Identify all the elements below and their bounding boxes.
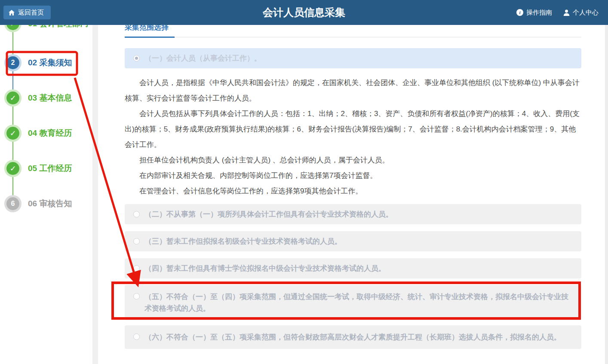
description-paragraph: 会计人员包括从事下列具体会计工作的人员：包括：1、出纳；2、稽核；3、资产、负债…: [125, 106, 581, 153]
option-scope-6[interactable]: （六）不符合（一）至（五）项采集范围，但符合财政部高层次财会人才素质提升工程（长…: [125, 325, 581, 349]
step-label: 04 教育经历: [28, 128, 72, 139]
radio-icon[interactable]: [133, 293, 140, 300]
radio-icon[interactable]: [133, 265, 140, 272]
option-scope-3[interactable]: （三）暂未工作但拟报名初级会计专业技术资格考试的人员。: [125, 231, 581, 251]
back-home-button[interactable]: 返回首页: [3, 6, 51, 19]
guide-link[interactable]: i 操作指南: [516, 9, 552, 17]
profile-label: 个人中心: [573, 9, 599, 17]
info-icon: i: [516, 9, 523, 16]
description-paragraph: 在管理会计、会计信息化等岗位工作的，应选择第9项其他会计工作。: [125, 184, 581, 199]
check-icon: ✓: [6, 92, 19, 104]
radio-icon[interactable]: [133, 238, 140, 245]
header-links: i 操作指南 个人中心: [516, 0, 599, 25]
step-number: 6: [6, 197, 19, 210]
option-scope-4[interactable]: （四）暂未工作但具有博士学位拟报名中级会计专业技术资格考试的人员。: [125, 258, 581, 278]
app-header: 返回首页 会计人员信息采集 i 操作指南 个人中心: [0, 0, 608, 25]
radio-checked-icon[interactable]: [133, 55, 140, 61]
step-label: 02 采集须知: [28, 57, 72, 68]
option-scope-2[interactable]: （二）不从事第（一）项所列具体会计工作但具有会计专业技术资格的人员。: [125, 204, 581, 224]
option-label: （五）不符合（一）至（四）项采集范围，但通过全国统一考试，取得中级经济、统计、审…: [144, 291, 573, 314]
home-icon: [9, 10, 15, 15]
option-label: （四）暂未工作但具有博士学位拟报名中级会计专业技术资格考试的人员。: [144, 263, 386, 274]
sidebar-divider: [92, 25, 98, 364]
step-number: 2: [6, 56, 19, 69]
page: ✓ 01 会计管理部门 2 02 采集须知 ✓ 03 基本信息 ✓ 04 教育经…: [0, 0, 608, 364]
option-label: （三）暂未工作但拟报名初级会计专业技术资格考试的人员。: [144, 236, 342, 247]
radio-icon[interactable]: [133, 333, 140, 340]
check-icon: ✓: [6, 162, 19, 175]
sidebar-step-02[interactable]: 2 02 采集须知: [4, 54, 72, 71]
option-scope-1[interactable]: （一）会计人员（从事会计工作）。: [125, 48, 581, 68]
scope-description: 会计人员，是指根据《中华人民共和国会计法》的规定，在国家机关、社会团体、企业、事…: [125, 75, 581, 199]
sidebar-step-06[interactable]: 6 06 审核告知: [4, 195, 72, 212]
description-paragraph: 在内部审计及相关合规、内部控制等岗位工作的，应选择第7项会计监督。: [125, 168, 581, 184]
option-label: （二）不从事第（一）项所列具体会计工作但具有会计专业技术资格的人员。: [144, 209, 393, 220]
step-label: 03 基本信息: [28, 92, 72, 104]
option-label: （六）不符合（一）至（五）项采集范围，但符合财政部高层次财会人才素质提升工程（长…: [144, 331, 561, 343]
back-home-label: 返回首页: [18, 9, 44, 17]
step-label: 05 工作经历: [28, 163, 72, 174]
active-tab-indicator: [125, 37, 175, 38]
check-icon: ✓: [6, 127, 19, 140]
sidebar-step-05[interactable]: ✓ 05 工作经历: [4, 160, 72, 177]
option-scope-5[interactable]: （五）不符合（一）至（四）项采集范围，但通过全国统一考试，取得中级经济、统计、审…: [125, 285, 581, 320]
option-label: （一）会计人员（从事会计工作）。: [144, 53, 261, 64]
connector-line: [12, 98, 13, 204]
step-label: 06 审核告知: [28, 198, 72, 209]
guide-label: 操作指南: [526, 9, 552, 17]
radio-icon[interactable]: [133, 211, 140, 217]
step-sidebar: ✓ 01 会计管理部门 2 02 采集须知 ✓ 03 基本信息 ✓ 04 教育经…: [0, 0, 92, 364]
sidebar-step-03[interactable]: ✓ 03 基本信息: [4, 89, 72, 107]
profile-link[interactable]: 个人中心: [563, 9, 599, 17]
page-title: 会计人员信息采集: [263, 0, 345, 25]
scrollbar[interactable]: [605, 25, 608, 364]
scope-selection-panel: （一）会计人员（从事会计工作）。 会计人员，是指根据《中华人民共和国会计法》的规…: [125, 48, 581, 349]
user-icon: [563, 9, 570, 16]
description-paragraph: 会计人员，是指根据《中华人民共和国会计法》的规定，在国家机关、社会团体、企业、事…: [125, 75, 581, 106]
sidebar-step-04[interactable]: ✓ 04 教育经历: [4, 125, 72, 142]
description-paragraph: 担任单位会计机构负责人 (会计主管人员) 、总会计师的人员，属于会计人员。: [125, 153, 581, 168]
